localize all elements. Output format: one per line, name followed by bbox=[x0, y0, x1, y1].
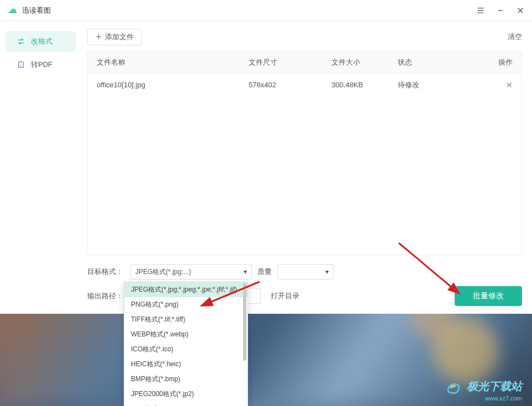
dropdown-option[interactable]: ICO格式(*.ico) bbox=[124, 342, 247, 357]
app-title: 迅读看图 bbox=[22, 6, 51, 15]
dropdown-option[interactable]: HEIC格式(*.heic) bbox=[124, 357, 247, 372]
dropdown-option[interactable]: JPEG格式(*.jpg;*.jpeg;*.jpe;*.jfif;*.jif) bbox=[124, 282, 247, 297]
cell-size: 300.48KB bbox=[331, 81, 398, 89]
add-file-button[interactable]: 添加文件 bbox=[87, 29, 142, 45]
svg-text:人: 人 bbox=[19, 64, 22, 67]
dropdown-option[interactable]: TIFF格式(*.tif;*.tiff) bbox=[124, 312, 247, 327]
target-format-select[interactable]: JPEG格式(*.jpg;...) ▾ bbox=[130, 264, 252, 280]
add-file-label: 添加文件 bbox=[105, 32, 134, 42]
dropdown-option[interactable]: PNG格式(*.png) bbox=[124, 297, 247, 312]
batch-convert-button[interactable]: 批量修改 bbox=[455, 286, 522, 306]
watermark-icon bbox=[446, 379, 461, 395]
dropdown-option[interactable]: TGA格式(*.tga) bbox=[124, 402, 247, 406]
swap-icon bbox=[17, 37, 25, 46]
quality-label: 质量 bbox=[257, 267, 272, 277]
header-name: 文件名称 bbox=[97, 57, 249, 67]
header-status: 状态 bbox=[398, 57, 464, 67]
titlebar: 迅读看图 bbox=[0, 0, 532, 21]
cell-status: 待修改 bbox=[398, 80, 464, 90]
close-button[interactable] bbox=[515, 6, 525, 15]
cell-name: office10[10].jpg bbox=[97, 81, 249, 89]
dropdown-option[interactable]: JPEG2000格式(*.jp2) bbox=[124, 387, 247, 402]
table-row[interactable]: office10[10].jpg 578x402 300.48KB 待修改 ✕ bbox=[88, 73, 522, 96]
dropdown-option[interactable]: BMP格式(*.bmp) bbox=[124, 372, 247, 387]
clear-button[interactable]: 清空 bbox=[508, 32, 522, 42]
dropdown-scrollbar[interactable] bbox=[243, 283, 246, 361]
output-path-label: 输出路径： bbox=[87, 291, 125, 301]
sidebar-item-label: 转PDF bbox=[31, 60, 52, 70]
file-table: 文件名称 文件尺寸 文件大小 状态 操作 office10[10].jpg 57… bbox=[87, 51, 522, 255]
main-panel: 添加文件 清空 文件名称 文件尺寸 文件大小 状态 操作 office10[10… bbox=[82, 21, 532, 314]
chevron-down-icon: ▾ bbox=[244, 268, 247, 276]
menu-button[interactable] bbox=[476, 6, 486, 15]
header-action: 操作 bbox=[464, 57, 513, 67]
quality-select[interactable]: ▾ bbox=[277, 264, 334, 280]
dropdown-option[interactable]: WEBP格式(*.webp) bbox=[124, 327, 247, 342]
header-size: 文件大小 bbox=[331, 57, 398, 67]
watermark-text: 极光下载站 bbox=[467, 380, 522, 392]
open-folder-button[interactable]: 打开目录 bbox=[266, 289, 304, 303]
sidebar-item-label: 改格式 bbox=[31, 36, 52, 46]
sidebar: 改格式 人 转PDF bbox=[0, 21, 82, 314]
cell-dim: 578x402 bbox=[249, 81, 331, 89]
app-logo-icon bbox=[8, 6, 18, 15]
target-format-label: 目标格式： bbox=[87, 267, 125, 277]
watermark-url: www.xz7.com bbox=[485, 395, 522, 402]
sidebar-item-format[interactable]: 改格式 bbox=[6, 31, 76, 52]
sidebar-item-pdf[interactable]: 人 转PDF bbox=[6, 54, 76, 75]
header-dim: 文件尺寸 bbox=[249, 57, 331, 67]
row-remove-icon[interactable]: ✕ bbox=[506, 81, 513, 89]
format-dropdown[interactable]: JPEG格式(*.jpg;*.jpeg;*.jpe;*.jfif;*.jif) … bbox=[124, 282, 248, 406]
chevron-down-icon: ▾ bbox=[325, 268, 329, 276]
table-header: 文件名称 文件尺寸 文件大小 状态 操作 bbox=[88, 51, 522, 73]
plus-icon bbox=[96, 33, 102, 41]
minimize-button[interactable] bbox=[496, 6, 505, 15]
app-window: 迅读看图 改格式 人 bbox=[0, 0, 532, 314]
pdf-icon: 人 bbox=[17, 60, 25, 69]
